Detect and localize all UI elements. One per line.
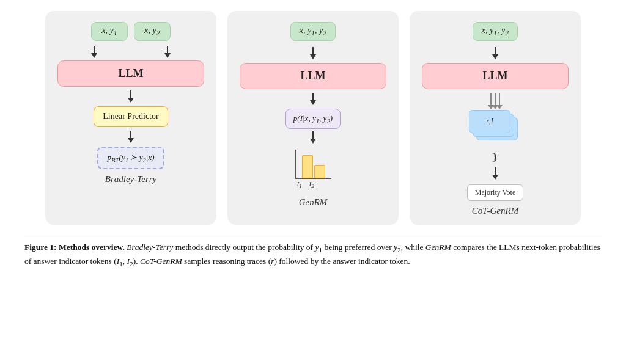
bt-input-arrows [57,46,204,59]
genrm-input-1: x, y1, y2 [290,22,336,41]
genrm-prob-arrow [310,131,316,145]
cot-brace-arrow [492,167,498,181]
genrm-prob-arrow-stem [312,131,314,139]
genrm-bar-chart: I1 I2 [295,150,331,179]
bt-lp-arrow-tip [128,138,134,143]
bar-i1 [302,155,313,178]
bt-input-1: x, y1 [91,22,128,41]
cot-input-arrow [492,47,498,60]
bt-arrow-right [164,46,171,59]
genrm-input-arrow-tip [310,54,316,59]
cot-card-front: r, I [469,110,510,133]
bt-arrow-right-tip [164,53,171,58]
genrm-llm-arrow-stem [312,93,314,100]
bt-arrow-left-stem [94,46,95,53]
genrm-prob-box: p(I|x, y1, y2) [285,109,341,129]
cot-input-arrow-tip [492,54,498,59]
genrm-panel-label: GenRM [299,197,328,208]
caption-area: Figure 1: Methods overview. Bradley-Terr… [24,235,602,269]
bt-panel-label: Bradley-Terry [105,174,156,184]
caption-bt: Bradley-Terry [127,242,173,252]
genrm-llm-arrow [310,93,316,106]
cot-llm-box: LLM [422,63,569,89]
bt-llm-box: LLM [57,60,204,87]
caption-text: Bradley-Terry [127,242,175,252]
diagram-area: x, y1 x, y2 LLM Linear Predictor [24,11,602,225]
bt-lp-arrow-stem [130,131,131,138]
cot-panel-label: CoT-GenRM [472,206,518,216]
cot-brace-arrow-stem [495,167,496,175]
genrm-panel: x, y1, y2 LLM p(I|x, y1, y2) [227,11,399,225]
cot-arrow-1 [490,93,492,105]
genrm-inputs: x, y1, y2 [290,22,336,41]
bar-label-i2: I2 [309,180,314,189]
bt-llm-arrow-tip [128,98,134,103]
bt-output-box: pBT(y1 ≻ y2|x) [97,147,164,170]
cot-input-1: x, y1, y2 [473,22,518,41]
bar-label-i1: I1 [297,180,302,189]
cot-input-arrow-stem [495,47,496,54]
bt-input-2: x, y2 [134,22,171,41]
bt-arrow-left-tip [91,53,97,58]
cot-brace: } [491,152,499,162]
linear-predictor-box: Linear Predictor [94,106,168,127]
bt-llm-arrow [128,90,134,104]
bradley-terry-panel: x, y1 x, y2 LLM Linear Predictor [45,11,216,225]
bt-llm-arrow-stem [130,90,131,98]
genrm-chart-container: I1 I2 [295,147,331,192]
genrm-input-arrow-stem [312,47,314,54]
genrm-prob-arrow-tip [310,139,316,144]
caption-bold: Methods overview. [59,242,125,252]
cot-stacked-cards: r, I [468,110,523,147]
genrm-llm-arrow-tip [310,100,316,105]
cot-arrow-3 [499,93,500,105]
bt-lp-arrow [128,131,134,144]
cot-genrm-panel: x, y1, y2 LLM r, I } [410,11,581,225]
genrm-input-arrow [310,47,316,60]
bar-i2 [314,165,325,178]
cot-brace-arrow-tip [492,175,498,180]
cot-arrow-2 [495,93,496,105]
bt-arrow-left [91,46,97,59]
cot-inputs: x, y1, y2 [473,22,518,41]
bt-inputs: x, y1 x, y2 [91,22,171,41]
cot-majority-vote-box: Majority Vote [467,184,524,201]
genrm-llm-box: LLM [240,63,386,89]
figure-number: Figure 1: [24,242,57,252]
cot-multi-arrows [490,93,500,105]
bt-arrow-right-stem [167,46,168,53]
